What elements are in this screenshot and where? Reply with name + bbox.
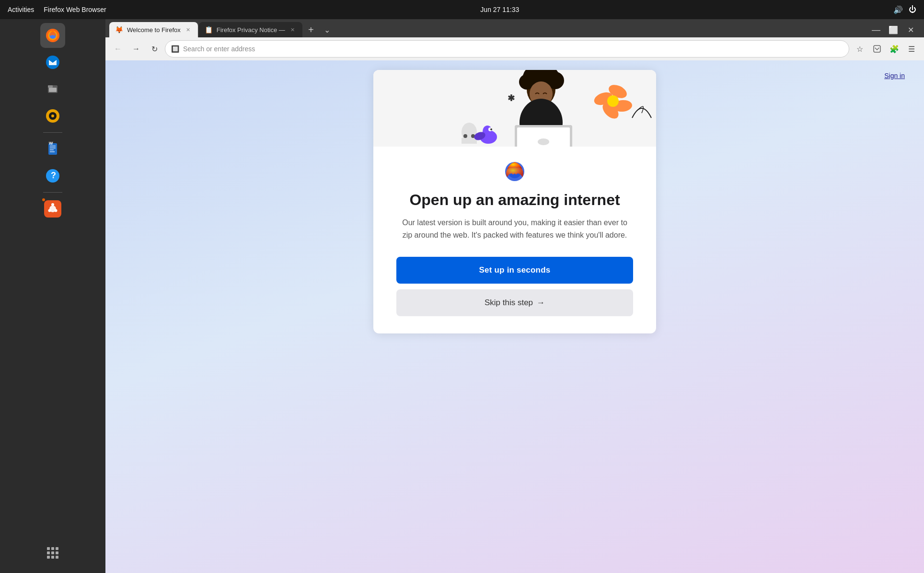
browser-content: Sign in [105,60,924,573]
apps-grid-icon [47,547,58,559]
new-tab-button[interactable]: + [303,22,319,37]
taskbar-divider [43,132,62,133]
svg-point-38 [538,138,549,145]
window-close-button[interactable]: ✕ [903,22,918,37]
welcome-illustration: ✱ [373,70,656,147]
svg-point-21 [55,209,58,212]
firefox-logo [503,160,526,183]
svg-rect-41 [462,138,477,144]
toolbar-right-actions: ☆ 🧩 ☰ [852,41,919,57]
browser-chrome: 🦊 Welcome to Firefox ✕ 📋 Firefox Privacy… [105,19,924,60]
taskbar-firefox[interactable] [40,23,65,48]
taskbar-ubuntu[interactable] [40,196,65,221]
tab-close-1[interactable]: ✕ [185,26,192,34]
browser-window: 🦊 Welcome to Firefox ✕ 📋 Firefox Privacy… [105,19,924,573]
address-text: Search or enter address [183,45,255,53]
svg-rect-11 [50,146,56,147]
browser-toolbar: ← → ↻ 🔲 Search or enter address ☆ 🧩 [105,37,924,60]
svg-text:✱: ✱ [508,93,515,103]
svg-point-42 [463,134,467,138]
system-bar: Activities Firefox Web Browser Jun 27 11… [0,0,924,19]
back-button[interactable]: ← [110,41,126,57]
svg-point-9 [51,115,54,117]
skip-button[interactable]: Skip this step → [396,289,633,316]
sign-in-link[interactable]: Sign in [884,72,905,80]
welcome-card: ✱ [373,70,656,333]
setup-button[interactable]: Set up in seconds [396,257,633,284]
tab-label-2: Firefox Privacy Notice — [217,26,285,34]
main-layout: W ? [0,19,924,573]
page-icon: 🔲 [171,45,179,53]
datetime: Jun 27 11:33 [480,6,519,13]
svg-rect-13 [50,149,54,150]
welcome-description: Our latest version is built around you, … [396,217,633,241]
taskbar: W ? [0,19,105,573]
svg-point-22 [48,209,51,212]
skip-arrow: → [537,298,545,308]
svg-rect-5 [48,85,53,88]
pocket-button[interactable] [869,41,885,57]
volume-icon[interactable]: 🔊 [893,5,903,14]
window-maximize-button[interactable]: ⬜ [886,22,901,37]
svg-point-20 [51,203,54,206]
menu-button[interactable]: ☰ [904,41,919,57]
activities-button[interactable]: Activities [8,6,34,13]
tab-welcome[interactable]: 🦊 Welcome to Firefox ✕ [109,22,198,37]
svg-text:W: W [49,141,53,146]
window-minimize-button[interactable]: — [868,22,884,37]
taskbar-files[interactable] [40,77,65,102]
tab-close-2[interactable]: ✕ [289,26,297,34]
svg-point-47 [490,128,492,130]
bookmark-button[interactable]: ☆ [852,41,867,57]
taskbar-rhythmbox[interactable] [40,103,65,128]
power-icon[interactable]: ⏻ [909,5,916,14]
taskbar-thunderbird[interactable] [40,50,65,75]
tab-favicon-1: 🦊 [115,26,123,34]
svg-point-29 [607,95,619,107]
tab-overflow-button[interactable]: ⌄ [320,22,335,37]
svg-rect-6 [49,88,57,92]
svg-rect-23 [874,46,880,52]
reload-button[interactable]: ↻ [147,41,162,57]
taskbar-divider-2 [43,192,62,193]
tab-bar: 🦊 Welcome to Firefox ✕ 📋 Firefox Privacy… [105,19,924,37]
svg-text:?: ? [51,171,56,180]
app-indicator: Firefox Web Browser [44,6,106,13]
address-bar[interactable]: 🔲 Search or enter address [165,40,849,57]
taskbar-apps-grid[interactable] [40,540,65,565]
welcome-title: Open up an amazing internet [409,191,620,209]
taskbar-help[interactable]: ? [40,163,65,188]
notification-dot [42,198,45,201]
svg-rect-14 [50,151,55,152]
skip-label: Skip this step [485,298,533,308]
svg-point-3 [46,56,59,69]
taskbar-writer[interactable]: W [40,137,65,161]
tab-privacy[interactable]: 📋 Firefox Privacy Notice — ✕ [199,22,302,37]
extensions-button[interactable]: 🧩 [887,41,902,57]
tab-favicon-2: 📋 [205,26,213,34]
svg-rect-12 [50,148,56,149]
tab-label-1: Welcome to Firefox [127,26,181,34]
forward-button[interactable]: → [128,41,144,57]
card-content: Open up an amazing internet Our latest v… [373,147,656,333]
illustration-svg: ✱ [373,70,656,147]
